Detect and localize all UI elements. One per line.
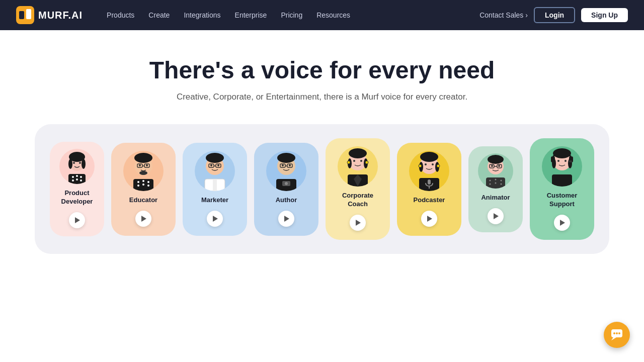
card-label-author: Author — [276, 196, 297, 205]
avatar-img-educator — [123, 151, 164, 191]
chat-icon — [610, 328, 623, 341]
hero-title: There's a voice for every need — [20, 56, 624, 84]
avatar-img-animator — [478, 153, 513, 189]
play-podcaster[interactable] — [421, 211, 437, 227]
login-button[interactable]: Login — [534, 7, 575, 23]
play-icon-author — [284, 216, 289, 222]
play-marketer[interactable] — [207, 211, 223, 227]
svg-point-34 — [217, 164, 219, 166]
svg-point-72 — [488, 155, 504, 164]
contact-sales-link[interactable]: Contact Sales › — [479, 11, 528, 19]
svg-point-27 — [147, 181, 149, 183]
svg-point-57 — [365, 161, 368, 164]
svg-point-33 — [210, 164, 212, 166]
avatar-educator — [123, 151, 164, 191]
svg-point-23 — [139, 171, 147, 175]
svg-point-11 — [76, 175, 78, 177]
svg-rect-2 — [26, 9, 31, 19]
card-author: Author — [254, 143, 318, 236]
svg-rect-93 — [569, 160, 572, 162]
svg-point-83 — [495, 182, 497, 184]
svg-point-25 — [137, 181, 139, 183]
card-podcaster: Podcaster — [397, 143, 461, 236]
play-animator[interactable] — [488, 208, 504, 224]
svg-point-7 — [73, 162, 75, 164]
play-customer-support[interactable] — [554, 215, 570, 231]
svg-point-43 — [289, 164, 291, 166]
cards-section: ProductDeveloper — [0, 112, 644, 266]
avatar-author — [266, 151, 306, 191]
svg-point-30 — [147, 185, 149, 187]
svg-point-41 — [277, 153, 295, 163]
play-author[interactable] — [278, 211, 294, 227]
nav-products[interactable]: Products — [107, 11, 134, 19]
avatar-podcaster — [409, 151, 449, 191]
svg-point-81 — [501, 179, 502, 181]
avatar-product-developer — [59, 149, 95, 184]
svg-point-14 — [76, 178, 78, 180]
play-product-developer[interactable] — [69, 212, 85, 228]
nav-pricing[interactable]: Pricing — [281, 11, 302, 19]
navbar: MURF.AI Products Create Integrations Ent… — [0, 0, 644, 30]
nav-integrations[interactable]: Integrations — [184, 11, 220, 19]
avatar-img-podcaster — [409, 151, 449, 191]
avatar-animator — [478, 153, 513, 189]
svg-point-55 — [360, 160, 362, 162]
svg-point-13 — [72, 179, 74, 182]
svg-point-56 — [347, 161, 350, 164]
svg-point-82 — [490, 183, 491, 185]
card-marketer: Marketer — [183, 143, 247, 236]
avatar-img-author — [266, 151, 306, 191]
hero-section: There's a voice for every need Creative,… — [0, 30, 644, 112]
svg-point-15 — [80, 179, 82, 182]
logo-icon — [16, 6, 34, 24]
svg-point-26 — [142, 180, 144, 182]
avatar-corporate-coach — [338, 146, 378, 187]
svg-point-74 — [498, 165, 500, 167]
play-corporate-coach[interactable] — [350, 215, 366, 231]
play-educator[interactable] — [135, 211, 151, 227]
svg-point-64 — [425, 163, 427, 165]
card-educator: Educator — [111, 143, 176, 236]
svg-point-97 — [613, 332, 615, 334]
card-animator: Animator — [468, 146, 523, 232]
svg-point-42 — [282, 164, 284, 166]
nav-links: Products Create Integrations Enterprise … — [107, 11, 463, 19]
svg-point-65 — [432, 163, 434, 165]
play-icon-podcaster — [427, 216, 432, 222]
svg-point-84 — [501, 183, 502, 185]
nav-enterprise[interactable]: Enterprise — [235, 11, 267, 19]
avatar-customer-support — [542, 146, 582, 187]
nav-resources[interactable]: Resources — [316, 11, 350, 19]
chat-bubble[interactable] — [604, 322, 630, 348]
avatar-img-product-developer — [59, 149, 95, 184]
svg-point-89 — [557, 160, 559, 162]
card-product-developer: ProductDeveloper — [50, 142, 104, 236]
play-icon-corporate-coach — [356, 220, 361, 226]
svg-point-19 — [146, 164, 148, 166]
nav-right: Contact Sales › Login Sign Up — [479, 7, 628, 23]
svg-point-90 — [565, 160, 567, 162]
svg-point-73 — [491, 165, 493, 167]
card-corporate-coach: CorporateCoach — [326, 138, 390, 240]
card-label-customer-support: CustomerSupport — [547, 192, 578, 209]
hero-subtitle: Creative, Corporate, or Entertainment, t… — [20, 92, 624, 102]
svg-point-98 — [616, 332, 618, 334]
svg-point-17 — [134, 153, 152, 163]
svg-point-10 — [72, 176, 74, 178]
svg-point-80 — [495, 178, 497, 180]
svg-rect-69 — [428, 179, 431, 185]
logo[interactable]: MURF.AI — [16, 6, 83, 24]
nav-create[interactable]: Create — [148, 11, 170, 19]
card-label-educator: Educator — [129, 196, 157, 205]
logo-text: MURF.AI — [38, 10, 83, 21]
card-label-marketer: Marketer — [201, 196, 228, 205]
svg-marker-96 — [611, 337, 616, 340]
play-icon-animator — [494, 213, 499, 219]
play-icon-marketer — [213, 216, 218, 222]
cards-wrapper: ProductDeveloper — [35, 124, 609, 254]
svg-point-5 — [68, 159, 72, 169]
signup-button[interactable]: Sign Up — [581, 8, 628, 22]
svg-rect-94 — [552, 174, 572, 187]
svg-point-61 — [420, 152, 438, 162]
